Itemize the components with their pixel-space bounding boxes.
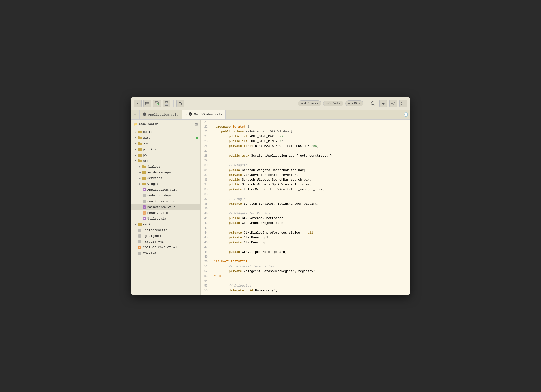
sidebar-item-build[interactable]: ▶build: [131, 129, 200, 135]
indent-selector[interactable]: ⇥ 4 Spaces: [298, 100, 321, 106]
line-code-49[interactable]: [214, 255, 410, 259]
line-code-28[interactable]: public weak Scratch.Application app { ge…: [214, 153, 410, 158]
zoom-selector[interactable]: ⊟ 980.0: [345, 100, 363, 106]
sidebar-item-codecore-deps[interactable]: codecore.deps: [131, 193, 200, 198]
code-lines: 21 22namespace Scratch {23 public class …: [201, 120, 410, 293]
line-code-24[interactable]: public int FONT_SIZE_MAX = 72;: [214, 134, 410, 139]
line-code-26[interactable]: private const uint MAX_SEARCH_TEXT_LENGT…: [214, 144, 410, 149]
open-button[interactable]: [143, 100, 151, 107]
tree-icon-po: [138, 153, 142, 157]
sidebar-item-vapi[interactable]: ▶vapi: [131, 222, 200, 227]
line-code-34[interactable]: public Scratch.Widgets.SplitView split_v…: [214, 182, 410, 187]
sidebar-item-travis-yml[interactable]: .travis.yml: [131, 239, 200, 245]
sidebar-item-copying[interactable]: COPYING: [131, 250, 200, 256]
save-button[interactable]: [163, 100, 170, 107]
sidebar-item-config-vala-in[interactable]: config.vala.in: [131, 198, 200, 204]
line-code-55[interactable]: // Delegates: [214, 283, 410, 288]
close-button[interactable]: ✕: [134, 100, 142, 107]
line-code-35[interactable]: private FolderManager.FileView folder_ma…: [214, 187, 410, 192]
line-code-51[interactable]: // Zeitgeist integration: [214, 264, 410, 269]
sidebar-item-plugins[interactable]: ▶plugins: [131, 146, 200, 152]
sidebar-item-gitignore[interactable]: .gitignore: [131, 233, 200, 239]
lang-label: </> Vala: [326, 102, 340, 105]
line-code-44[interactable]: private Gtk.Dialog? preferences_dialog =…: [214, 230, 410, 235]
svg-rect-12: [138, 143, 142, 145]
tree-arrow-vapi: ▶: [134, 222, 138, 226]
line-code-27[interactable]: [214, 149, 410, 153]
sidebar-item-utils-vala[interactable]: VUtils.vala: [131, 216, 200, 222]
line-code-41[interactable]: public Gtk.Notebook bottombar;: [214, 216, 410, 221]
sidebar-item-dialogs[interactable]: ▶Dialogs: [131, 164, 200, 170]
line-code-45[interactable]: private Gtk.Paned hp1;: [214, 235, 410, 240]
line-code-52[interactable]: private Zeitgeist.DataSourceRegistry reg…: [214, 269, 410, 274]
settings-button[interactable]: [389, 100, 397, 107]
line-code-46[interactable]: private Gtk.Paned vp;: [214, 240, 410, 245]
search-button[interactable]: [369, 100, 377, 107]
line-code-23[interactable]: public class MainWindow : Gtk.Window {: [214, 129, 410, 134]
tabbar: + 🅥 Application.vala ✕ 🅥 MainWindow.vala…: [131, 110, 410, 120]
line-number-40: 40: [201, 211, 211, 216]
history-button[interactable]: 🕐: [401, 112, 410, 117]
tree-icon-dialogs: [142, 164, 146, 169]
code-line-23: 23 public class MainWindow : Gtk.Window …: [201, 129, 410, 134]
line-code-39[interactable]: [214, 206, 410, 211]
line-code-48[interactable]: public Gtk.Clipboard clipboard;: [214, 250, 410, 255]
line-code-47[interactable]: [214, 245, 410, 250]
line-code-40[interactable]: // Widgets for Plugins: [214, 211, 410, 216]
line-code-42[interactable]: public Code.Pane project_pane;: [214, 221, 410, 226]
line-code-36[interactable]: [214, 192, 410, 197]
language-selector[interactable]: </> Vala: [323, 101, 343, 106]
new-tab-button[interactable]: +: [131, 110, 140, 119]
new-button[interactable]: [153, 100, 161, 107]
sidebar-item-widgets[interactable]: ▶Widgets: [131, 181, 200, 187]
line-number-41: 41: [201, 216, 211, 221]
tree-arrow-widgets: ▶: [138, 182, 142, 186]
line-code-38[interactable]: private Scratch.Services.PluginsManager …: [214, 202, 410, 206]
line-number-21: 21: [201, 120, 211, 124]
sidebar-item-foldermanager[interactable]: ▶FolderManager: [131, 170, 200, 175]
sidebar-branch-label: code master: [139, 123, 158, 126]
line-number-22: 22: [201, 124, 211, 129]
sidebar-item-data[interactable]: ▶data: [131, 135, 200, 141]
line-code-56[interactable]: delegate void HookFunc ();: [214, 288, 410, 293]
line-code-31[interactable]: public Scratch.Widgets.HeaderBar toolbar…: [214, 168, 410, 173]
sidebar-item-src[interactable]: ▼src: [131, 158, 200, 164]
sidebar-item-application-vala[interactable]: VApplication.vala: [131, 187, 200, 193]
tab-close-main[interactable]: ✕: [185, 113, 187, 116]
line-code-50[interactable]: #if HAVE_ZEITGEIST: [214, 259, 410, 264]
sidebar-item-code-of-conduct[interactable]: MCODE_OF_CONDUCT.md: [131, 245, 200, 250]
undo-button[interactable]: [176, 100, 184, 107]
code-line-29: 29: [201, 158, 410, 163]
fullscreen-button[interactable]: [399, 100, 407, 107]
line-code-29[interactable]: [214, 158, 410, 163]
code-line-22: 22namespace Scratch {: [201, 124, 410, 129]
tab-mainwindow-vala[interactable]: ✕ 🅥 MainWindow.vala: [182, 110, 226, 119]
editor[interactable]: 21 22namespace Scratch {23 public class …: [201, 120, 410, 295]
line-code-30[interactable]: // Widgets: [214, 163, 410, 168]
line-code-54[interactable]: [214, 279, 410, 283]
tree-icon-gitignore: [138, 234, 142, 238]
line-code-33[interactable]: public Scratch.Widgets.SearchBar search_…: [214, 177, 410, 182]
tab-application-vala[interactable]: 🅥 Application.vala: [140, 110, 182, 119]
line-code-22[interactable]: namespace Scratch {: [214, 124, 410, 129]
line-number-34: 34: [201, 182, 211, 187]
line-code-32[interactable]: private Gtk.Revealer search_revealer;: [214, 173, 410, 177]
code-line-53: 53#endif: [201, 274, 410, 279]
sidebar-item-editorconfig[interactable]: .editorconfig: [131, 227, 200, 233]
sidebar-item-meson[interactable]: ▶meson: [131, 141, 200, 146]
line-code-25[interactable]: public int FONT_SIZE_MIN = 7;: [214, 139, 410, 144]
sidebar-item-po[interactable]: ▶po: [131, 152, 200, 158]
code-line-49: 49: [201, 255, 410, 259]
line-code-53[interactable]: #endif: [214, 274, 410, 279]
line-code-43[interactable]: [214, 226, 410, 230]
code-line-55: 55 // Delegates: [201, 283, 410, 288]
line-code-37[interactable]: // Plugins: [214, 197, 410, 202]
export-button[interactable]: [379, 100, 387, 107]
line-code-21[interactable]: [214, 120, 410, 124]
tree-arrow-copying: [134, 251, 138, 255]
tree-icon-src: [138, 159, 142, 163]
line-number-37: 37: [201, 197, 211, 202]
sidebar-item-mainwindow-vala[interactable]: VMainWindow.vala: [131, 204, 200, 210]
sidebar-item-services[interactable]: ▶Services: [131, 175, 200, 181]
sidebar-item-meson-build[interactable]: ▲meson.build: [131, 210, 200, 216]
